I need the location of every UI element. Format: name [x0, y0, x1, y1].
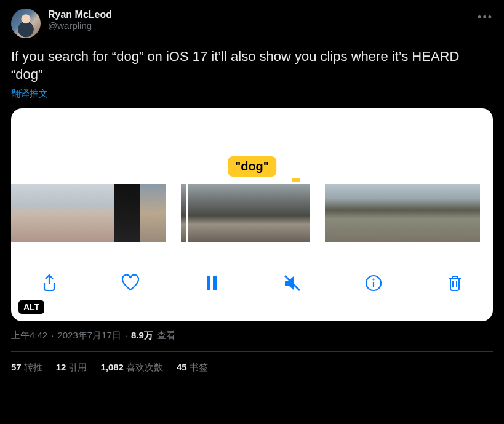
views-count: 8.9万 [131, 330, 153, 342]
playhead-indicator [292, 178, 300, 182]
clip-thumbnail[interactable] [11, 184, 166, 242]
svg-point-4 [374, 279, 374, 280]
svg-rect-1 [213, 276, 217, 290]
clip-thumbnail[interactable] [181, 184, 310, 242]
date[interactable]: 2023年7月17日 [57, 330, 121, 342]
caption-chip: "dog" [228, 156, 277, 177]
stat-likes[interactable]: 1,082喜欢次数 [100, 362, 163, 374]
svg-rect-0 [207, 276, 210, 290]
more-icon[interactable]: ••• [478, 11, 493, 24]
tweet-header: Ryan McLeod @warpling ••• [11, 9, 493, 38]
stat-quotes[interactable]: 12引用 [56, 362, 87, 374]
share-icon[interactable] [36, 270, 63, 297]
clip-thumbnail[interactable] [325, 184, 480, 242]
info-icon[interactable] [360, 270, 387, 297]
translate-link[interactable]: 翻译推文 [11, 88, 493, 100]
author-block[interactable]: Ryan McLeod @warpling [48, 9, 112, 31]
media-toolbar [11, 263, 493, 303]
handle: @warpling [48, 20, 112, 31]
avatar[interactable] [11, 9, 41, 38]
tweet-meta: 上午4:42 · 2023年7月17日 · 8.9万 查看 [11, 330, 493, 342]
playhead-bar[interactable] [186, 182, 188, 244]
tweet-container: Ryan McLeod @warpling ••• If you search … [0, 0, 504, 374]
engagement-stats: 57转推 12引用 1,082喜欢次数 45书签 [11, 362, 493, 374]
alt-badge[interactable]: ALT [18, 300, 44, 314]
time[interactable]: 上午4:42 [11, 330, 47, 342]
stat-retweets[interactable]: 57转推 [11, 362, 42, 374]
mute-icon[interactable] [279, 270, 306, 297]
divider [11, 351, 493, 352]
trash-icon[interactable] [441, 270, 468, 297]
media-card[interactable]: "dog" [11, 108, 493, 321]
pause-icon[interactable] [198, 270, 225, 297]
tweet-text: If you search for “dog” on iOS 17 it’ll … [11, 48, 493, 83]
display-name: Ryan McLeod [48, 9, 112, 20]
stat-bookmarks[interactable]: 45书签 [177, 362, 208, 374]
views-label: 查看 [157, 330, 175, 342]
video-timeline[interactable] [11, 184, 493, 242]
heart-icon[interactable] [117, 270, 144, 297]
